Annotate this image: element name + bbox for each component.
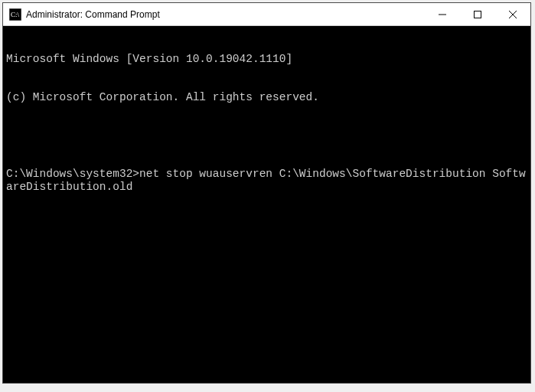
version-line: Microsoft Windows [Version 10.0.19042.11… <box>6 53 527 66</box>
copyright-line: (c) Microsoft Corporation. All rights re… <box>6 91 527 104</box>
command-line: C:\Windows\system32>net stop wuauservren… <box>6 168 527 193</box>
close-button[interactable] <box>495 3 530 25</box>
prompt-text: C:\Windows\system32> <box>6 168 139 180</box>
window-title: Administrator: Command Prompt <box>26 9 425 20</box>
svg-text:C:\: C:\ <box>11 11 20 18</box>
command-prompt-window: C:\ Administrator: Command Prompt <box>2 2 531 384</box>
svg-rect-3 <box>475 11 481 18</box>
cmd-icon: C:\ <box>9 8 21 21</box>
window-controls <box>425 3 530 25</box>
terminal-output[interactable]: Microsoft Windows [Version 10.0.19042.11… <box>3 26 530 383</box>
blank-line <box>6 129 527 142</box>
maximize-button[interactable] <box>460 3 495 25</box>
minimize-button[interactable] <box>425 3 460 25</box>
titlebar[interactable]: C:\ Administrator: Command Prompt <box>3 3 530 26</box>
